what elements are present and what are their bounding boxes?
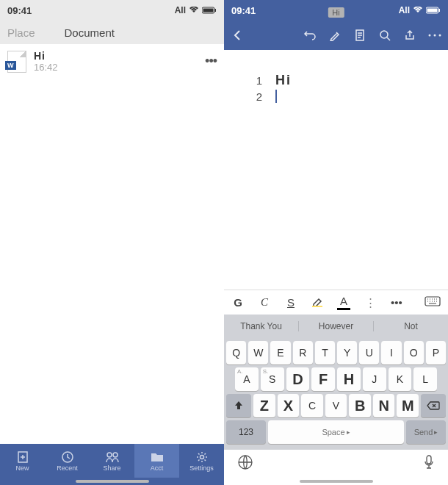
- svg-rect-1: [203, 9, 214, 12]
- home-indicator: [0, 478, 224, 485]
- people-icon: [105, 450, 120, 464]
- underline-button[interactable]: S: [284, 296, 297, 309]
- more-icon[interactable]: [427, 28, 442, 43]
- backspace-key[interactable]: [421, 394, 446, 417]
- key-d[interactable]: D: [286, 367, 310, 391]
- suggestion[interactable]: Thank You: [224, 321, 299, 331]
- status-icons: All: [175, 5, 217, 15]
- keyboard: QWERTYUIOP A.AS.SDFHJKL ZXCVBNM 123 Spac…: [224, 338, 448, 450]
- clock-icon: [60, 450, 75, 464]
- italic-button[interactable]: C: [258, 296, 271, 309]
- status-bar-left: 09:41 All: [0, 0, 224, 21]
- keyboard-accessory: [224, 450, 448, 478]
- svg-point-13: [429, 35, 431, 37]
- key-k[interactable]: K: [389, 367, 412, 391]
- key-z[interactable]: Z: [253, 394, 275, 417]
- svg-point-14: [434, 35, 436, 37]
- key-u[interactable]: U: [359, 341, 379, 364]
- status-icons: All: [399, 5, 441, 15]
- suggestion[interactable]: However: [299, 321, 374, 331]
- file-more-icon[interactable]: •••: [205, 54, 217, 69]
- page-icon[interactable]: [353, 28, 367, 43]
- suggestion-bar: Thank You However Not: [224, 315, 448, 338]
- shift-key[interactable]: [226, 394, 251, 417]
- suggestion[interactable]: Not: [374, 321, 448, 331]
- key-o[interactable]: O: [404, 341, 424, 364]
- key-l[interactable]: L: [413, 367, 437, 391]
- bold-button[interactable]: G: [231, 296, 245, 309]
- nav-recent[interactable]: Recent: [45, 444, 90, 478]
- word-doc-icon: W: [7, 51, 26, 73]
- key-y[interactable]: Y: [337, 341, 357, 364]
- svg-point-12: [380, 31, 388, 38]
- key-q[interactable]: Q: [226, 341, 246, 364]
- nav-share[interactable]: Share: [90, 444, 134, 478]
- nav-settings[interactable]: Settings: [179, 444, 224, 478]
- fontcolor-button[interactable]: A: [337, 295, 350, 310]
- nav-new[interactable]: New: [0, 444, 45, 478]
- back-icon[interactable]: [230, 28, 245, 43]
- editor-toolbar: Hi: [224, 21, 448, 50]
- file-name: Hi: [34, 50, 205, 62]
- globe-icon[interactable]: [237, 454, 253, 473]
- key-e[interactable]: E: [270, 341, 290, 364]
- svg-rect-19: [427, 456, 431, 464]
- file-browser-header: Place Document: [0, 21, 224, 44]
- share-icon[interactable]: [402, 28, 417, 43]
- key-j[interactable]: J: [363, 367, 386, 391]
- key-r[interactable]: R: [293, 341, 313, 364]
- svg-point-6: [113, 453, 118, 457]
- mic-icon[interactable]: [423, 454, 435, 473]
- key-w[interactable]: W: [248, 341, 268, 364]
- key-a[interactable]: A.A: [235, 367, 259, 391]
- keyboard-toggle-icon[interactable]: [424, 296, 441, 309]
- highlight-button[interactable]: [311, 295, 324, 309]
- key-v[interactable]: V: [325, 394, 347, 417]
- space-key[interactable]: Space▸: [268, 420, 404, 444]
- status-time: 09:41: [7, 5, 32, 16]
- line-number: 1: [239, 74, 262, 87]
- key-c[interactable]: C: [301, 394, 323, 417]
- key-f[interactable]: F: [311, 367, 335, 391]
- key-b[interactable]: B: [349, 394, 371, 417]
- line-number: 2: [239, 90, 262, 103]
- bottom-nav: New Recent Share Acct Settings: [0, 444, 224, 478]
- home-indicator: [224, 478, 448, 485]
- tab-document[interactable]: Document: [65, 26, 115, 39]
- file-row[interactable]: W Hi 16:42 •••: [0, 44, 224, 79]
- key-p[interactable]: P: [426, 341, 446, 364]
- gear-icon: [195, 450, 209, 464]
- svg-point-5: [107, 453, 112, 457]
- editor-canvas[interactable]: 1 Hi 2: [224, 50, 448, 290]
- svg-rect-9: [427, 9, 438, 12]
- file-time: 16:42: [34, 62, 205, 73]
- key-s[interactable]: S.S: [261, 367, 284, 391]
- key-h[interactable]: H: [337, 367, 361, 391]
- doc-name-tag: Hi: [328, 7, 344, 18]
- format-bar: G C S A ⋮ •••: [224, 290, 448, 315]
- send-key[interactable]: Send▸: [406, 420, 446, 444]
- undo-icon[interactable]: [303, 28, 317, 43]
- svg-point-15: [439, 35, 441, 37]
- svg-rect-10: [439, 9, 441, 12]
- tab-place[interactable]: Place: [7, 26, 35, 39]
- nav-account[interactable]: Acct: [134, 444, 179, 478]
- key-t[interactable]: T: [315, 341, 335, 364]
- key-i[interactable]: I: [381, 341, 401, 364]
- svg-rect-2: [215, 9, 217, 12]
- search-icon[interactable]: [377, 28, 392, 43]
- svg-rect-16: [312, 306, 322, 307]
- pen-icon[interactable]: [328, 28, 342, 43]
- key-n[interactable]: N: [373, 394, 395, 417]
- line-text: Hi: [275, 73, 292, 88]
- separator-icon: ⋮: [364, 296, 377, 309]
- key-x[interactable]: X: [278, 394, 300, 417]
- folder-icon: [150, 450, 165, 464]
- text-cursor: [275, 90, 277, 103]
- more-format-icon[interactable]: •••: [390, 296, 403, 309]
- status-time: 09:41: [231, 5, 256, 16]
- key-m[interactable]: M: [397, 394, 419, 417]
- numeric-key[interactable]: 123: [226, 420, 266, 444]
- plus-doc-icon: [15, 450, 30, 464]
- svg-point-7: [200, 455, 203, 459]
